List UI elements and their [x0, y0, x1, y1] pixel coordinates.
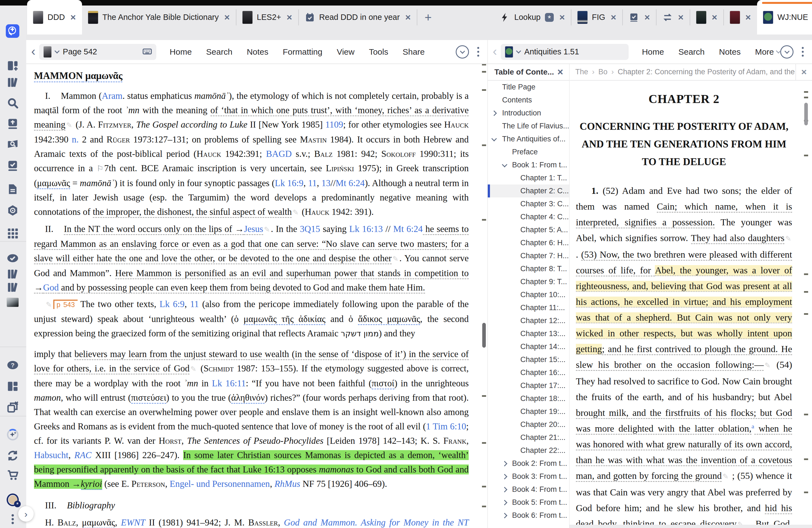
toc-item-chapter-1-t[interactable]: Chapter 1: T... [488, 172, 569, 185]
sidebar-documents-icon[interactable] [6, 183, 19, 195]
toc-item-chapter-22[interactable]: Chapter 22:... [488, 444, 569, 457]
sidebar-image-thumb-icon[interactable] [6, 296, 19, 308]
toolbar-menu-share[interactable]: Share [403, 47, 425, 57]
toc-item-chapter-19[interactable]: Chapter 19:... [488, 405, 569, 418]
tab-resource-5[interactable]: × [724, 0, 757, 34]
toc-item-chapter-17[interactable]: Chapter 17:... [488, 379, 569, 392]
toc-item-chapter-4-c[interactable]: Chapter 4: C... [488, 210, 569, 223]
inline-link[interactable]: 11 [190, 299, 199, 309]
sidebar-bible-study-icon[interactable] [6, 118, 19, 130]
sidebar-sync-icon[interactable] [6, 450, 19, 462]
toc-item-chapter-5-a[interactable]: Chapter 5: A... [488, 223, 569, 236]
close-tab-icon[interactable]: × [70, 12, 76, 23]
sidebar-apps-grid-icon[interactable] [6, 227, 19, 239]
inline-link[interactable]: God and Mammon. Asking for Money in the … [284, 517, 469, 527]
chevron-right-icon[interactable] [491, 111, 497, 116]
toolbar-menu-search[interactable]: Search [206, 47, 232, 57]
close-tab-icon[interactable]: × [287, 12, 292, 23]
toc-item-book-5-from-t[interactable]: Book 5: From t... [488, 496, 569, 509]
tab-ddd[interactable]: DDD× [27, 0, 82, 34]
sidebar-layouts-icon[interactable] [6, 380, 19, 392]
chevron-right-icon[interactable] [502, 487, 507, 493]
toolbar-menu-notes[interactable]: Notes [719, 47, 740, 57]
inline-link[interactable]: God [43, 282, 59, 294]
inline-link[interactable]: Mt 6:24 [393, 224, 423, 234]
close-tab-icon[interactable]: × [611, 12, 616, 23]
tab-les2-[interactable]: LES2+× [236, 0, 298, 34]
panel-kebab-menu[interactable] [801, 46, 805, 58]
back-icon[interactable]: ‹ [31, 44, 35, 59]
tab-read-ddd-in-one-year[interactable]: Read DDD in one year× [299, 0, 417, 34]
chevron-right-icon[interactable] [502, 461, 507, 466]
annotation-note-icon[interactable]: ✎ [785, 234, 791, 243]
resource-selector[interactable]: Antiquities 1.51 [501, 44, 628, 60]
page-marker[interactable]: p 543 [53, 299, 77, 309]
toolbar-menu-view[interactable]: View [337, 47, 354, 57]
sidebar-media-icon[interactable] [6, 204, 19, 217]
chevron-down-icon[interactable] [491, 136, 497, 142]
left-scrollbar[interactable] [481, 64, 487, 528]
tab-resource-2[interactable]: × [623, 0, 656, 34]
toc-item-book-1-from-t[interactable]: Book 1: From t... [488, 159, 569, 172]
inline-link[interactable]: Aram [102, 91, 122, 101]
toc-item-chapter-13[interactable]: Chapter 13:... [488, 327, 569, 340]
annotation-note-icon[interactable]: ✎ [765, 361, 771, 369]
toc-item-book-4-from-t[interactable]: Book 4: From t... [488, 483, 569, 496]
annotation-note-icon[interactable]: ✎ [264, 225, 270, 234]
toc-item-chapter-7-h[interactable]: Chapter 7: H... [488, 249, 569, 262]
annotation-note-icon[interactable]: ✎ [46, 300, 52, 309]
inline-link[interactable]: 1109 [325, 120, 343, 130]
toc-item-title-page[interactable]: Title Page [488, 80, 569, 93]
toc-item-book-2-from-t[interactable]: Book 2: From t... [488, 457, 569, 470]
toolbar-menu-home[interactable]: Home [642, 47, 664, 57]
inline-link[interactable]: 3Q15 [300, 224, 320, 234]
inline-link[interactable]: RhMus [275, 479, 301, 489]
scrollbar-thumb[interactable] [482, 323, 486, 348]
toc-item-chapter-21[interactable]: Chapter 21:... [488, 431, 569, 444]
inline-link[interactable]: Mt 6:24 [336, 178, 365, 188]
panel-collapse-icon[interactable] [780, 45, 794, 59]
close-icon[interactable]: × [795, 64, 812, 80]
sidebar-help-icon[interactable]: ? [6, 359, 19, 371]
toc-item-contents[interactable]: Contents [488, 93, 569, 107]
toc-item-preface[interactable]: Preface [488, 146, 569, 159]
toc-item-chapter-9-t[interactable]: Chapter 9: T... [488, 275, 569, 288]
sidebar-library-icon[interactable] [6, 76, 19, 88]
new-tab-button[interactable]: + [417, 0, 439, 34]
toc-item-book-3-from-t[interactable]: Book 3: From t... [488, 470, 569, 483]
toc-item-chapter-14[interactable]: Chapter 14:... [488, 340, 569, 353]
tab-lookup[interactable]: Lookup*× [494, 0, 571, 34]
breadcrumb-crumb[interactable]: Bo [598, 68, 608, 76]
tab-fig[interactable]: FIG× [571, 0, 622, 34]
inline-link[interactable]: n. [72, 134, 79, 144]
resource-selector[interactable]: Page 542 [39, 44, 156, 60]
sidebar-ai-assistant-icon[interactable] [6, 429, 19, 441]
inline-link[interactable]: Engel- und Personennamen [170, 479, 270, 489]
toolbar-menu-home[interactable]: Home [170, 47, 192, 57]
inline-link[interactable]: Habsucht [34, 450, 69, 460]
toc-item-chapter-20[interactable]: Chapter 20:... [488, 418, 569, 431]
chevron-right-icon[interactable] [502, 513, 507, 518]
toc-item-chapter-16[interactable]: Chapter 16:... [488, 366, 569, 379]
toc-item-chapter-12[interactable]: Chapter 12:... [488, 314, 569, 327]
back-icon[interactable]: ‹ [493, 44, 497, 59]
tab-the-anchor-yale-bible-dictionary[interactable]: The Anchor Yale Bible Dictionary× [82, 0, 236, 34]
toc-item-chapter-2-c[interactable]: Chapter 2: C... [488, 185, 569, 197]
inline-link[interactable]: EWNT [121, 517, 145, 527]
right-scrollbar[interactable] [803, 80, 811, 525]
toc-item-chapter-6-h[interactable]: Chapter 6: H... [488, 236, 569, 249]
sidebar-cart-icon[interactable] [6, 469, 19, 481]
panel-kebab-menu[interactable] [476, 46, 480, 58]
toc-item-chapter-18[interactable]: Chapter 18:... [488, 392, 569, 405]
close-tab-icon[interactable]: × [559, 12, 565, 23]
chevron-right-icon[interactable] [502, 474, 507, 480]
toolbar-menu-search[interactable]: Search [678, 47, 705, 57]
close-tab-icon[interactable]: × [678, 12, 684, 23]
close-tab-icon[interactable]: × [745, 12, 751, 23]
sidebar-account-avatar-icon[interactable]: * [6, 494, 19, 506]
panel-collapse-icon[interactable] [456, 45, 469, 59]
keyboard-icon[interactable] [143, 47, 152, 57]
toc-item-chapter-15[interactable]: Chapter 15:... [488, 353, 569, 366]
tab-wj-nue[interactable]: WJ:NUE× [757, 0, 812, 34]
toc-item-introduction[interactable]: Introduction [488, 107, 569, 120]
